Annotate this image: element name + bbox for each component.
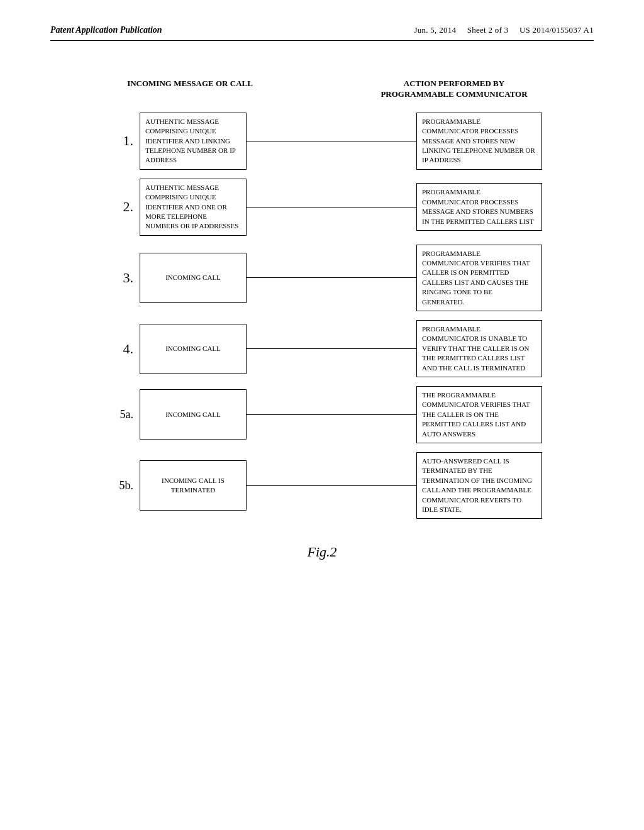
row-number-2: 2. bbox=[102, 199, 140, 215]
connector-1 bbox=[247, 141, 416, 141]
row-number-4: 4. bbox=[102, 341, 140, 357]
connector-5b bbox=[247, 485, 416, 486]
figure-label: Fig.2 bbox=[307, 544, 336, 560]
column-headers: INCOMING MESSAGE OR CALL ACTION PERFORME… bbox=[102, 79, 542, 100]
header-date: Jun. 5, 2014 bbox=[414, 25, 457, 35]
rows-container: 1. AUTHENTIC MESSAGE COMPRISING UNIQUE I… bbox=[102, 113, 542, 519]
connector-5a bbox=[247, 414, 416, 415]
right-box-1: PROGRAMMABLE COMMUNICATOR PROCESSES MESS… bbox=[416, 113, 542, 170]
right-box-5b: AUTO-ANSWERED CALL IS TERMINATED BY THE … bbox=[416, 452, 542, 519]
left-column-header: INCOMING MESSAGE OR CALL bbox=[102, 79, 278, 100]
connector-4 bbox=[247, 348, 416, 349]
right-box-5a: THE PROGRAMMABLE COMMUNICATOR VERIFIES T… bbox=[416, 386, 542, 443]
diagram-row-5a: 5a. INCOMING CALL THE PROGRAMMABLE COMMU… bbox=[102, 386, 542, 443]
header-patent: US 2014/0155037 A1 bbox=[519, 25, 594, 35]
page-header: Patent Application Publication Jun. 5, 2… bbox=[50, 25, 594, 41]
connector-3 bbox=[247, 277, 416, 278]
diagram-row-5b: 5b. INCOMING CALL IS TERMINATED AUTO-ANS… bbox=[102, 452, 542, 519]
row-number-5a: 5a. bbox=[102, 408, 140, 421]
row-number-5b: 5b. bbox=[102, 479, 140, 492]
left-box-5a: INCOMING CALL bbox=[140, 389, 247, 440]
row-number-1: 1. bbox=[102, 133, 140, 149]
diagram-row-3: 3. INCOMING CALL PROGRAMMABLE COMMUNICAT… bbox=[102, 245, 542, 311]
diagram-row-2: 2. AUTHENTIC MESSAGE COMPRISING UNIQUE I… bbox=[102, 179, 542, 236]
left-box-3: INCOMING CALL bbox=[140, 253, 247, 303]
connector-2 bbox=[247, 207, 416, 208]
page: Patent Application Publication Jun. 5, 2… bbox=[0, 0, 644, 830]
diagram-row-1: 1. AUTHENTIC MESSAGE COMPRISING UNIQUE I… bbox=[102, 113, 542, 170]
left-box-4: INCOMING CALL bbox=[140, 324, 247, 374]
left-box-5b: INCOMING CALL IS TERMINATED bbox=[140, 460, 247, 511]
right-box-3: PROGRAMMABLE COMMUNICATOR VERIFIES THAT … bbox=[416, 245, 542, 311]
diagram-area: INCOMING MESSAGE OR CALL ACTION PERFORME… bbox=[50, 79, 594, 560]
right-box-2: PROGRAMMABLE COMMUNICATOR PROCESSES MESS… bbox=[416, 183, 542, 231]
left-box-1: AUTHENTIC MESSAGE COMPRISING UNIQUE IDEN… bbox=[140, 113, 247, 170]
row-number-3: 3. bbox=[102, 270, 140, 286]
left-box-2: AUTHENTIC MESSAGE COMPRISING UNIQUE IDEN… bbox=[140, 179, 247, 236]
header-date-sheet: Jun. 5, 2014 Sheet 2 of 3 US 2014/015503… bbox=[414, 25, 594, 35]
diagram-row-4: 4. INCOMING CALL PROGRAMMABLE COMMUNICAT… bbox=[102, 320, 542, 377]
header-publication: Patent Application Publication bbox=[50, 25, 162, 35]
header-sheet: Sheet 2 of 3 bbox=[467, 25, 509, 35]
right-box-4: PROGRAMMABLE COMMUNICATOR IS UNABLE TO V… bbox=[416, 320, 542, 377]
right-column-header: ACTION PERFORMED BYPROGRAMMABLE COMMUNIC… bbox=[366, 79, 542, 100]
